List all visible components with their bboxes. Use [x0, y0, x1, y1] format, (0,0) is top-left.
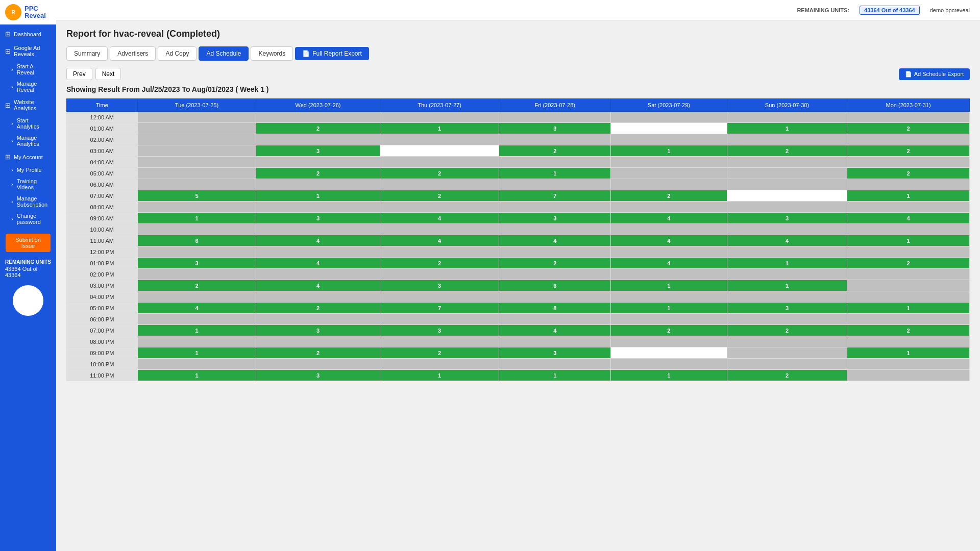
sidebar-item-manage-subscription[interactable]: Manage Subscription — [0, 193, 56, 210]
sidebar-remaining-units: REMAINING UNITS 43364 Out of 43364 — [0, 256, 56, 281]
tab-ad-schedule[interactable]: Ad Schedule — [199, 46, 249, 61]
progress-circle: 0.00% — [13, 285, 43, 316]
cell-thu-8 — [380, 202, 499, 213]
cell-sat-4 — [611, 157, 727, 168]
showing-text: Showing Result From Jul/25/2023 To Aug/0… — [66, 85, 970, 93]
cell-sat-15: 1 — [611, 280, 727, 291]
sidebar-item-my-profile[interactable]: My Profile — [0, 164, 56, 176]
topbar-user: demo ppcreveal — [930, 7, 970, 13]
sidebar-item-start-reveal[interactable]: Start A Reveal — [0, 61, 56, 78]
full-report-icon: 📄 — [302, 50, 310, 57]
tab-full-report[interactable]: 📄 Full Report Export — [295, 47, 369, 60]
tab-summary[interactable]: Summary — [66, 46, 108, 61]
time-cell: 06:00 PM — [67, 314, 138, 325]
cell-tue-18 — [137, 314, 256, 325]
cell-mon-19: 2 — [847, 325, 970, 336]
cell-mon-13: 2 — [847, 258, 970, 269]
cell-wed-12 — [256, 246, 380, 258]
main-content: REMAINING UNITS: 43364 Out of 43364 demo… — [56, 0, 980, 551]
cell-mon-22 — [847, 359, 970, 370]
sidebar-item-google-ad-reveals[interactable]: ⊞ Google Ad Reveals — [0, 41, 56, 61]
cell-thu-14 — [380, 269, 499, 280]
cell-fri-9: 3 — [499, 213, 611, 224]
col-thu: Thu (2023-07-27) — [380, 99, 499, 112]
prev-button[interactable]: Prev — [66, 68, 92, 80]
cell-tue-20 — [137, 336, 256, 347]
time-cell: 02:00 PM — [67, 269, 138, 280]
sidebar: R PPC Reveal ⊞ Dashboard ⊞ Google Ad Rev… — [0, 0, 56, 551]
cell-wed-1: 2 — [256, 123, 380, 134]
cell-tue-10 — [137, 224, 256, 235]
tab-advertisers[interactable]: Advertisers — [110, 46, 156, 61]
time-cell: 06:00 AM — [67, 179, 138, 190]
cell-tue-2 — [137, 134, 256, 145]
cell-tue-1 — [137, 123, 256, 134]
cell-mon-11: 1 — [847, 235, 970, 246]
svg-text:R: R — [11, 10, 15, 15]
submit-issue-button[interactable]: Submit on Issue — [6, 234, 51, 252]
cell-tue-21: 1 — [137, 347, 256, 359]
cell-fri-14 — [499, 269, 611, 280]
sidebar-item-training-videos[interactable]: Training Videos — [0, 176, 56, 193]
time-cell: 08:00 PM — [67, 336, 138, 347]
cell-sat-5 — [611, 168, 727, 179]
nav-export-row: Prev Next 📄 Ad Schedule Export — [66, 68, 970, 80]
cell-thu-3 — [380, 145, 499, 157]
cell-fri-5: 1 — [499, 168, 611, 179]
col-tue: Tue (2023-07-25) — [137, 99, 256, 112]
cell-thu-17: 7 — [380, 303, 499, 314]
cell-mon-21: 1 — [847, 347, 970, 359]
cell-mon-18 — [847, 314, 970, 325]
next-button[interactable]: Next — [95, 68, 121, 80]
sidebar-item-website-analytics[interactable]: ⊞ Website Analytics — [0, 95, 56, 115]
cell-sun-16 — [727, 291, 847, 303]
cell-mon-7: 1 — [847, 190, 970, 202]
cell-fri-8 — [499, 202, 611, 213]
sidebar-item-change-password[interactable]: Change password — [0, 210, 56, 228]
cell-thu-20 — [380, 336, 499, 347]
tab-keywords[interactable]: Keywords — [251, 46, 293, 61]
cell-thu-23: 1 — [380, 370, 499, 381]
analytics-icon: ⊞ — [5, 102, 11, 109]
cell-tue-16 — [137, 291, 256, 303]
sidebar-item-manage-reveal[interactable]: Manage Reveal — [0, 78, 56, 95]
cell-wed-7: 1 — [256, 190, 380, 202]
time-cell: 11:00 PM — [67, 370, 138, 381]
sidebar-item-dashboard[interactable]: ⊞ Dashboard — [0, 27, 56, 41]
cell-thu-21: 2 — [380, 347, 499, 359]
time-cell: 03:00 PM — [67, 280, 138, 291]
sidebar-item-my-account[interactable]: ⊞ My Account — [0, 149, 56, 164]
topbar-remaining-badge: 43364 Out of 43364 — [860, 6, 920, 15]
sidebar-item-start-analytics[interactable]: Start Analytics — [0, 115, 56, 132]
cell-fri-23: 1 — [499, 370, 611, 381]
cell-tue-7: 5 — [137, 190, 256, 202]
cell-fri-12 — [499, 246, 611, 258]
cell-tue-4 — [137, 157, 256, 168]
cell-thu-1: 1 — [380, 123, 499, 134]
cell-sun-0 — [727, 112, 847, 123]
cell-fri-2 — [499, 134, 611, 145]
cell-tue-14 — [137, 269, 256, 280]
time-cell: 04:00 AM — [67, 157, 138, 168]
cell-wed-21: 2 — [256, 347, 380, 359]
cell-thu-16 — [380, 291, 499, 303]
export-button[interactable]: 📄 Ad Schedule Export — [899, 68, 970, 80]
cell-tue-23: 1 — [137, 370, 256, 381]
tab-ad-copy[interactable]: Ad Copy — [158, 46, 197, 61]
cell-thu-22 — [380, 359, 499, 370]
cell-sun-17: 3 — [727, 303, 847, 314]
cell-tue-0 — [137, 112, 256, 123]
time-cell: 01:00 AM — [67, 123, 138, 134]
cell-fri-17: 8 — [499, 303, 611, 314]
cell-sun-21 — [727, 347, 847, 359]
account-icon: ⊞ — [5, 153, 11, 161]
cell-fri-0 — [499, 112, 611, 123]
cell-sat-13: 4 — [611, 258, 727, 269]
cell-sat-19: 2 — [611, 325, 727, 336]
topbar-remaining-label: REMAINING UNITS: — [797, 7, 849, 13]
cell-mon-23 — [847, 370, 970, 381]
cell-tue-3 — [137, 145, 256, 157]
cell-sun-15: 1 — [727, 280, 847, 291]
sidebar-item-manage-analytics[interactable]: Manage Analytics — [0, 132, 56, 149]
cell-wed-4 — [256, 157, 380, 168]
